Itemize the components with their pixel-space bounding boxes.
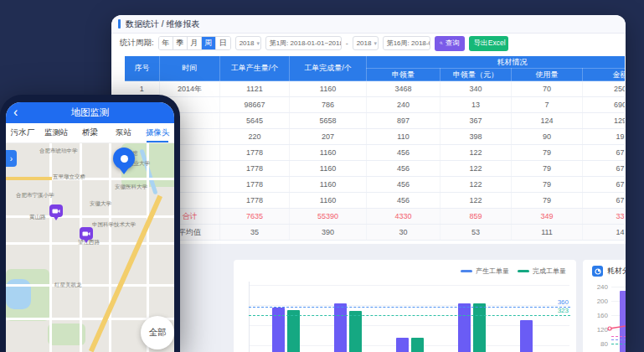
table-cell: 5645: [220, 113, 290, 129]
period-segment-月[interactable]: 月: [188, 37, 202, 49]
camera-marker[interactable]: [80, 227, 93, 240]
bar-产生工单量-5: [520, 320, 533, 352]
legend-label: 产生工单量: [476, 267, 509, 276]
table-cell: 129: [583, 113, 626, 129]
reference-line: [611, 344, 626, 344]
reference-line: [249, 307, 570, 308]
table-cell: 207: [290, 129, 367, 145]
phone-tab-污水厂[interactable]: 污水厂: [6, 123, 39, 142]
table-cell: 398: [440, 129, 512, 145]
query-button[interactable]: 查询: [435, 36, 465, 51]
map-label: 红星美凯龙: [54, 282, 82, 289]
table-cell: 786: [290, 97, 367, 113]
table-cell: 79: [512, 161, 583, 177]
map-highway: [6, 177, 52, 180]
range-start-input[interactable]: 第1周: 2018-01-01~2018-01-07: [265, 36, 342, 50]
camera-marker[interactable]: [49, 204, 63, 217]
breadcrumb-accent: [118, 19, 121, 28]
column-header: 序号: [125, 56, 160, 81]
pie-icon: [595, 268, 601, 275]
phone-tab-bar: 污水厂监测站桥梁泵站摄像头: [6, 123, 174, 143]
page-background: 数据统计 / 维修报表 统计周期: 年季月周日 2018 ▾ 第1周: 2018…: [0, 0, 644, 352]
chart-title-group: 耗材分析: [592, 266, 626, 277]
range-end-input[interactable]: 第16周: 2018-04-16~2018-04-22: [383, 36, 430, 50]
year-end-value: 2018: [357, 39, 372, 47]
table-cell: 124: [512, 113, 583, 129]
selected-camera-pin[interactable]: [113, 148, 135, 169]
camera-icon: [82, 230, 90, 237]
map-road: [109, 143, 111, 352]
table-cell: 2014年: [160, 81, 220, 97]
table-cell: 349: [512, 209, 583, 225]
table-header-row: 序号时间工单产生量/个工单完成量/个耗材情况: [125, 56, 626, 69]
export-excel-button[interactable]: 导出Excel: [469, 36, 508, 51]
table-cell: 859: [440, 209, 512, 225]
table-cell: 14: [583, 225, 626, 241]
period-segment-日[interactable]: 日: [216, 37, 230, 49]
average-row: 平均值35390305311114: [125, 225, 626, 241]
table-scroll-area[interactable]: 序号时间工单产生量/个工单完成量/个耗材情况申领量申领量（元）使用量金额1201…: [124, 55, 625, 241]
table-cell: 13: [440, 97, 512, 113]
table-cell: 897: [367, 113, 440, 129]
table-row: 42202071103989019: [125, 129, 626, 145]
phone-tab-泵站[interactable]: 泵站: [107, 123, 141, 142]
period-segments: 年季月周日: [158, 36, 231, 50]
phone-tab-监测站[interactable]: 监测站: [39, 123, 73, 142]
period-segment-年[interactable]: 年: [159, 37, 173, 49]
year-start-select[interactable]: 2018 ▾: [235, 36, 261, 50]
back-chevron-icon[interactable]: ‹: [13, 104, 18, 121]
bar-产生工单量-1: [272, 308, 285, 352]
all-filter-button[interactable]: 全部: [141, 316, 174, 349]
table-cell: 4330: [367, 209, 440, 225]
map-label: 五里墩立交桥: [53, 173, 85, 181]
table-cell: 122: [440, 177, 512, 193]
legend-item[interactable]: 产生工单量: [461, 267, 509, 276]
table-cell: 1160: [290, 145, 367, 161]
column-header: 工单产生量/个: [220, 56, 290, 81]
table-row: 298667786240137690: [125, 97, 626, 113]
map-road: [49, 143, 52, 352]
table-cell: 3468: [367, 81, 440, 97]
calendar-caret-icon: ▾: [374, 40, 377, 47]
period-label: 统计周期:: [120, 38, 154, 49]
y-axis-tick: 160: [585, 312, 608, 319]
map-label: 合肥市琥珀中学: [39, 148, 78, 155]
bar-完成工单量-2: [349, 311, 362, 352]
dashboard-window: 数据统计 / 维修报表 统计周期: 年季月周日 2018 ▾ 第1周: 2018…: [111, 15, 626, 352]
bar-产生工单量-4: [458, 303, 471, 352]
column-header: 工单完成量/个: [290, 56, 367, 81]
table-cell: 30: [367, 225, 440, 241]
y-axis-tick: 200: [585, 298, 608, 305]
reference-line-label: 323: [528, 307, 569, 314]
legend-item[interactable]: 完成工单量: [518, 267, 566, 276]
table-cell: 90: [512, 129, 583, 145]
table-cell: 1778: [220, 177, 290, 193]
table-head: 序号时间工单产生量/个工单完成量/个耗材情况申领量申领量（元）使用量金额: [125, 56, 626, 81]
period-segment-季[interactable]: 季: [173, 37, 188, 49]
phone-screen: ‹ 地图监测 污水厂监测站桥梁泵站摄像头: [6, 102, 174, 352]
map-view[interactable]: › 全部 合肥市琥珀中学体育馆安徽农业大学五里墩立交桥安徽医科大学合肥市宁溪小学…: [6, 143, 174, 352]
map-label: 合肥市宁溪小学: [16, 192, 54, 199]
filter-bar: 统计周期: 年季月周日 2018 ▾ 第1周: 2018-01-01~2018-…: [111, 34, 626, 53]
table-row: 6177811604561227967: [125, 161, 626, 177]
map-label: 安徽大学: [90, 200, 111, 208]
breadcrumb: 数据统计 / 维修报表: [111, 15, 626, 34]
reference-line: [611, 336, 626, 337]
phone-tab-摄像头[interactable]: 摄像头: [141, 123, 174, 142]
table-cell: 456: [367, 161, 440, 177]
year-end-select[interactable]: 2018 ▾: [353, 36, 379, 50]
reference-line-label: 360: [528, 298, 569, 306]
table-cell: 55390: [290, 209, 367, 225]
table-row: 7177811604561227967: [125, 177, 626, 193]
sidebar-expand-button[interactable]: ›: [6, 150, 17, 167]
phone-tab-桥梁[interactable]: 桥梁: [73, 123, 106, 142]
chart-title: 耗材分析: [607, 266, 626, 277]
phone-header: ‹ 地图监测: [6, 102, 174, 123]
period-segment-周[interactable]: 周: [202, 37, 216, 49]
table-cell: 19: [583, 129, 626, 145]
table-cell: 7: [512, 97, 583, 113]
sub-column-header: 申领量（元）: [440, 69, 512, 81]
reference-line: [249, 315, 570, 316]
sub-column-header: 金额: [583, 69, 626, 81]
map-label: 安徽医科大学: [115, 184, 147, 191]
